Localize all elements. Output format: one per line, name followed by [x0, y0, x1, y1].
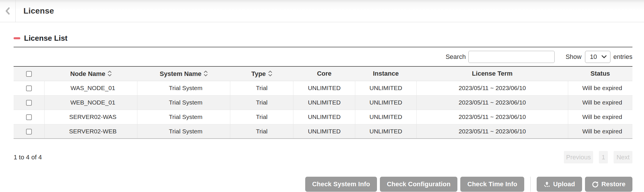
previous-page-button[interactable]: Previous — [564, 151, 593, 163]
check-system-info-button[interactable]: Check System Info — [305, 177, 377, 192]
cell-system-name: Trial System — [137, 110, 230, 124]
cell-core: UNLIMITED — [293, 124, 355, 139]
cell-core: UNLIMITED — [293, 95, 355, 110]
cell-status: Will be expired — [568, 95, 632, 110]
page-number-button[interactable]: 1 — [599, 151, 608, 163]
pagination: Previous 1 Next — [564, 151, 632, 163]
row-checkbox[interactable] — [26, 85, 32, 91]
sort-icon — [108, 70, 112, 77]
restore-icon — [592, 181, 599, 188]
check-configuration-button[interactable]: Check Configuration — [380, 177, 457, 192]
cell-license-term: 2023/05/11 ~ 2023/06/10 — [416, 81, 568, 95]
action-buttons: Check System Info Check Configuration Ch… — [14, 177, 632, 192]
license-table: Node Name System Name Type Core Instance… — [14, 66, 632, 139]
row-select-cell — [14, 110, 45, 124]
cell-license-term: 2023/05/11 ~ 2023/06/10 — [416, 110, 568, 124]
table-row[interactable]: WAS_NODE_01 Trial System Trial UNLIMITED… — [14, 81, 632, 95]
cell-type: Trial — [230, 95, 293, 110]
section-dash-icon — [14, 37, 20, 39]
entries-info: 1 to 4 of 4 — [14, 154, 42, 161]
cell-node-name: SERVER02-WEB — [45, 124, 137, 139]
restore-button[interactable]: Restore — [585, 177, 632, 192]
cell-license-term: 2023/05/11 ~ 2023/06/10 — [416, 124, 568, 139]
row-checkbox[interactable] — [26, 100, 32, 106]
cell-node-name: WAS_NODE_01 — [45, 81, 137, 95]
cell-status: Will be expired — [568, 124, 632, 139]
column-header-node-name[interactable]: Node Name — [45, 66, 137, 81]
content-area: License List Search Show 10 entries Node… — [0, 34, 644, 192]
table-row[interactable]: SERVER02-WAS Trial System Trial UNLIMITE… — [14, 110, 632, 124]
cell-type: Trial — [230, 110, 293, 124]
cell-instance: UNLIMITED — [355, 81, 417, 95]
cell-system-name: Trial System — [137, 81, 230, 95]
back-button[interactable] — [0, 0, 16, 22]
upload-button[interactable]: Upload — [537, 177, 582, 192]
sort-icon — [204, 70, 208, 77]
section-title: License List — [24, 34, 67, 43]
page-title: License — [23, 6, 54, 16]
table-row[interactable]: SERVER02-WEB Trial System Trial UNLIMITE… — [14, 124, 632, 139]
cell-instance: UNLIMITED — [355, 124, 417, 139]
column-header-system-name[interactable]: System Name — [137, 66, 230, 81]
column-header-core[interactable]: Core — [293, 66, 355, 81]
upload-icon — [544, 181, 550, 188]
row-checkbox[interactable] — [26, 129, 32, 135]
section-divider — [14, 47, 632, 47]
search-label: Search — [446, 53, 466, 61]
table-footer: 1 to 4 of 4 Previous 1 Next — [14, 151, 632, 163]
cell-system-name: Trial System — [137, 124, 230, 139]
cell-instance: UNLIMITED — [355, 95, 417, 110]
select-all-checkbox[interactable] — [26, 71, 32, 77]
row-select-cell — [14, 81, 45, 95]
cell-core: UNLIMITED — [293, 110, 355, 124]
cell-node-name: WEB_NODE_01 — [45, 95, 137, 110]
chevron-down-icon — [601, 55, 607, 59]
cell-node-name: SERVER02-WAS — [45, 110, 137, 124]
cell-type: Trial — [230, 81, 293, 95]
table-controls: Search Show 10 entries — [14, 51, 632, 63]
cell-instance: UNLIMITED — [355, 110, 417, 124]
cell-status: Will be expired — [568, 110, 632, 124]
page-size-value: 10 — [590, 53, 597, 61]
search-input[interactable] — [468, 51, 555, 63]
cell-license-term: 2023/05/11 ~ 2023/06/10 — [416, 95, 568, 110]
cell-status: Will be expired — [568, 81, 632, 95]
entries-label: entries — [613, 53, 632, 61]
next-page-button[interactable]: Next — [614, 151, 632, 163]
page-size-select[interactable]: 10 — [585, 51, 610, 63]
row-select-cell — [14, 124, 45, 139]
cell-system-name: Trial System — [137, 95, 230, 110]
header-select-all — [14, 66, 45, 81]
column-header-status[interactable]: Status — [568, 66, 632, 81]
chevron-left-icon — [5, 7, 11, 15]
table-row[interactable]: WEB_NODE_01 Trial System Trial UNLIMITED… — [14, 95, 632, 110]
row-select-cell — [14, 95, 45, 110]
sort-icon — [268, 70, 272, 77]
section-header: License List — [14, 34, 632, 43]
cell-core: UNLIMITED — [293, 81, 355, 95]
table-body: WAS_NODE_01 Trial System Trial UNLIMITED… — [14, 81, 632, 139]
check-time-info-button[interactable]: Check Time Info — [460, 177, 524, 192]
column-header-instance[interactable]: Instance — [355, 66, 417, 81]
column-header-type[interactable]: Type — [230, 66, 293, 81]
table-header: Node Name System Name Type Core Instance… — [14, 66, 632, 81]
row-checkbox[interactable] — [26, 114, 32, 120]
show-label: Show — [566, 53, 582, 61]
top-bar: License — [0, 0, 644, 22]
button-divider — [530, 177, 531, 192]
cell-type: Trial — [230, 124, 293, 139]
column-header-license-term[interactable]: License Term — [416, 66, 568, 81]
